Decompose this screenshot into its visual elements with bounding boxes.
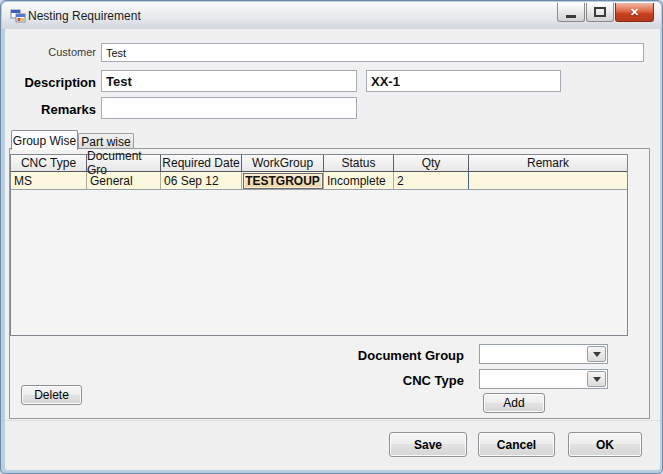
maximize-icon xyxy=(594,7,606,17)
remarks-input[interactable] xyxy=(101,97,357,119)
description-code-input[interactable] xyxy=(366,70,561,92)
tab-group-wise[interactable]: Group Wise xyxy=(11,130,78,150)
maximize-button[interactable] xyxy=(586,3,614,22)
workgroup-button[interactable]: TESTGROUP xyxy=(243,173,323,189)
add-button[interactable]: Add xyxy=(483,393,545,413)
description-label: Description xyxy=(15,75,96,90)
chevron-down-icon xyxy=(593,377,601,382)
close-button[interactable]: ✕ xyxy=(615,3,654,22)
cnc-type-value xyxy=(480,370,586,388)
cancel-button[interactable]: Cancel xyxy=(478,432,555,457)
col-header-remark[interactable]: Remark xyxy=(469,155,627,171)
screen: Nesting Requirement ✕ Customer Descripti… xyxy=(0,0,663,474)
cell-workgroup: TESTGROUP xyxy=(242,172,324,189)
titlebar[interactable]: Nesting Requirement ✕ xyxy=(2,2,661,30)
cnc-type-combobox[interactable] xyxy=(479,369,608,389)
document-group-dropdown-button[interactable] xyxy=(587,346,606,362)
tab-part-wise[interactable]: Part wise xyxy=(78,133,134,149)
cell-required-date[interactable]: 06 Sep 12 xyxy=(161,172,242,189)
col-header-cnc-type[interactable]: CNC Type xyxy=(11,155,87,171)
table-row: MS General 06 Sep 12 TESTGROUP Incomplet… xyxy=(11,172,627,190)
document-group-label: Document Group xyxy=(346,348,464,363)
requirements-grid: CNC Type Document Gro Required Date Work… xyxy=(10,154,628,336)
close-icon: ✕ xyxy=(630,6,639,19)
grid-header-row: CNC Type Document Gro Required Date Work… xyxy=(11,155,627,172)
footer-strip xyxy=(5,420,660,470)
cell-document-group[interactable]: General xyxy=(87,172,161,189)
customer-input[interactable] xyxy=(101,43,644,62)
col-header-status[interactable]: Status xyxy=(324,155,394,171)
remarks-label: Remarks xyxy=(21,102,96,117)
minimize-icon xyxy=(566,15,576,18)
ok-button[interactable]: OK xyxy=(568,432,642,457)
nesting-requirement-window: Nesting Requirement ✕ Customer Descripti… xyxy=(0,0,663,474)
description-input[interactable] xyxy=(101,70,357,92)
col-header-qty[interactable]: Qty xyxy=(394,155,469,171)
cnc-type-dropdown-button[interactable] xyxy=(587,371,606,387)
delete-button[interactable]: Delete xyxy=(21,385,82,405)
minimize-button[interactable] xyxy=(557,3,585,22)
caption-buttons: ✕ xyxy=(556,3,654,22)
chevron-down-icon xyxy=(593,352,601,357)
col-header-workgroup[interactable]: WorkGroup xyxy=(242,155,324,171)
cell-status[interactable]: Incomplete xyxy=(324,172,394,189)
window-title: Nesting Requirement xyxy=(28,9,141,23)
cell-qty[interactable]: 2 xyxy=(394,172,469,189)
col-header-required-date[interactable]: Required Date xyxy=(161,155,242,171)
document-group-value xyxy=(480,345,586,363)
document-group-combobox[interactable] xyxy=(479,344,608,364)
cell-remark[interactable] xyxy=(469,172,627,189)
cnc-type-label: CNC Type xyxy=(346,373,464,388)
tab-part-wise-label: Part wise xyxy=(81,135,130,149)
col-header-document-group[interactable]: Document Gro xyxy=(87,155,161,171)
customer-label: Customer xyxy=(21,46,96,58)
tab-group-wise-label: Group Wise xyxy=(13,134,76,148)
cell-cnc-type[interactable]: MS xyxy=(11,172,87,189)
app-icon xyxy=(10,8,26,24)
save-button[interactable]: Save xyxy=(389,432,467,457)
